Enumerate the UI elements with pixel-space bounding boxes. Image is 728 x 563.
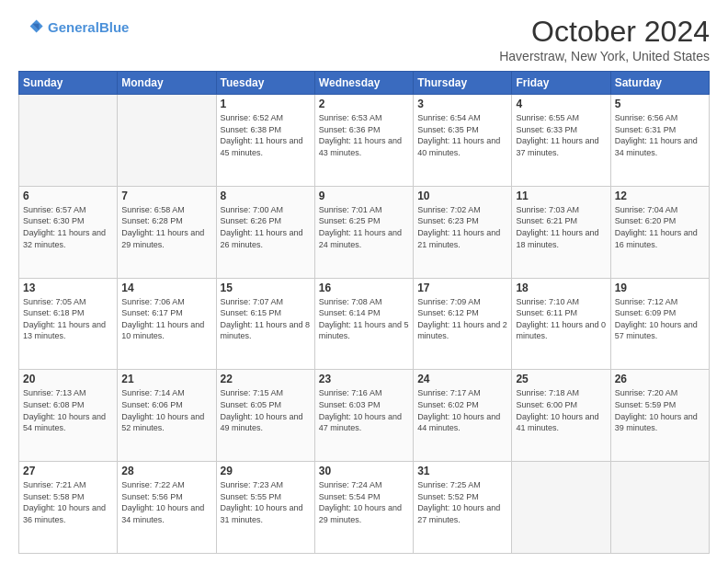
page: GeneralBlue October 2024 Haverstraw, New… bbox=[0, 0, 728, 563]
calendar-cell: 14Sunrise: 7:06 AMSunset: 6:17 PMDayligh… bbox=[118, 278, 216, 370]
calendar-cell: 3Sunrise: 6:54 AMSunset: 6:35 PMDaylight… bbox=[414, 95, 512, 187]
day-info: Sunrise: 6:55 AMSunset: 6:33 PMDaylight:… bbox=[516, 112, 606, 158]
day-number: 2 bbox=[319, 98, 409, 110]
day-number: 13 bbox=[23, 282, 113, 294]
day-number: 27 bbox=[23, 465, 113, 477]
day-number: 25 bbox=[516, 373, 606, 385]
day-number: 24 bbox=[417, 373, 507, 385]
day-number: 19 bbox=[615, 282, 705, 294]
day-info: Sunrise: 7:18 AMSunset: 6:00 PMDaylight:… bbox=[516, 387, 606, 433]
calendar-cell: 4Sunrise: 6:55 AMSunset: 6:33 PMDaylight… bbox=[512, 95, 610, 187]
logo-text: GeneralBlue bbox=[48, 19, 129, 36]
month-title: October 2024 bbox=[499, 15, 710, 49]
day-number: 31 bbox=[417, 465, 507, 477]
day-number: 10 bbox=[417, 190, 507, 202]
calendar-cell: 15Sunrise: 7:07 AMSunset: 6:15 PMDayligh… bbox=[216, 278, 314, 370]
day-number: 11 bbox=[516, 190, 606, 202]
day-number: 17 bbox=[417, 282, 507, 294]
day-info: Sunrise: 7:13 AMSunset: 6:08 PMDaylight:… bbox=[23, 387, 113, 433]
day-info: Sunrise: 7:05 AMSunset: 6:18 PMDaylight:… bbox=[23, 296, 113, 342]
day-number: 9 bbox=[319, 190, 409, 202]
day-number: 26 bbox=[615, 373, 705, 385]
day-info: Sunrise: 6:53 AMSunset: 6:36 PMDaylight:… bbox=[319, 112, 409, 158]
day-info: Sunrise: 7:02 AMSunset: 6:23 PMDaylight:… bbox=[417, 204, 507, 250]
day-number: 30 bbox=[319, 465, 409, 477]
calendar-cell: 24Sunrise: 7:17 AMSunset: 6:02 PMDayligh… bbox=[414, 370, 512, 462]
day-header-friday: Friday bbox=[512, 72, 610, 95]
calendar-cell: 31Sunrise: 7:25 AMSunset: 5:52 PMDayligh… bbox=[414, 462, 512, 554]
calendar-cell bbox=[610, 462, 709, 554]
day-info: Sunrise: 7:03 AMSunset: 6:21 PMDaylight:… bbox=[516, 204, 606, 250]
day-number: 15 bbox=[221, 282, 311, 294]
header: GeneralBlue October 2024 Haverstraw, New… bbox=[18, 15, 710, 63]
day-number: 21 bbox=[121, 373, 211, 385]
day-number: 5 bbox=[615, 98, 705, 110]
calendar-cell: 26Sunrise: 7:20 AMSunset: 5:59 PMDayligh… bbox=[610, 370, 709, 462]
logo-line1: General bbox=[48, 19, 99, 35]
day-number: 18 bbox=[516, 282, 606, 294]
calendar-cell: 30Sunrise: 7:24 AMSunset: 5:54 PMDayligh… bbox=[314, 462, 413, 554]
day-info: Sunrise: 7:24 AMSunset: 5:54 PMDaylight:… bbox=[319, 479, 409, 525]
logo-icon bbox=[18, 15, 44, 40]
day-info: Sunrise: 7:25 AMSunset: 5:52 PMDaylight:… bbox=[417, 479, 507, 525]
calendar-cell: 5Sunrise: 6:56 AMSunset: 6:31 PMDaylight… bbox=[610, 95, 709, 187]
calendar-cell: 7Sunrise: 6:58 AMSunset: 6:28 PMDaylight… bbox=[118, 186, 216, 278]
calendar-cell: 27Sunrise: 7:21 AMSunset: 5:58 PMDayligh… bbox=[19, 462, 118, 554]
day-info: Sunrise: 6:57 AMSunset: 6:30 PMDaylight:… bbox=[23, 204, 113, 250]
day-header-thursday: Thursday bbox=[414, 72, 512, 95]
day-number: 16 bbox=[319, 282, 409, 294]
day-header-monday: Monday bbox=[118, 72, 216, 95]
calendar-cell: 8Sunrise: 7:00 AMSunset: 6:26 PMDaylight… bbox=[216, 186, 314, 278]
day-info: Sunrise: 6:54 AMSunset: 6:35 PMDaylight:… bbox=[417, 112, 507, 158]
day-header-saturday: Saturday bbox=[610, 72, 709, 95]
day-number: 14 bbox=[121, 282, 211, 294]
day-info: Sunrise: 7:23 AMSunset: 5:55 PMDaylight:… bbox=[221, 479, 311, 525]
calendar-cell: 22Sunrise: 7:15 AMSunset: 6:05 PMDayligh… bbox=[216, 370, 314, 462]
day-number: 1 bbox=[221, 98, 311, 110]
calendar-cell: 9Sunrise: 7:01 AMSunset: 6:25 PMDaylight… bbox=[314, 186, 413, 278]
calendar-cell: 23Sunrise: 7:16 AMSunset: 6:03 PMDayligh… bbox=[314, 370, 413, 462]
day-number: 23 bbox=[319, 373, 409, 385]
day-number: 12 bbox=[615, 190, 705, 202]
calendar-cell: 29Sunrise: 7:23 AMSunset: 5:55 PMDayligh… bbox=[216, 462, 314, 554]
day-info: Sunrise: 7:08 AMSunset: 6:14 PMDaylight:… bbox=[319, 296, 409, 342]
calendar-cell: 1Sunrise: 6:52 AMSunset: 6:38 PMDaylight… bbox=[216, 95, 314, 187]
subtitle: Haverstraw, New York, United States bbox=[499, 49, 710, 63]
day-info: Sunrise: 7:12 AMSunset: 6:09 PMDaylight:… bbox=[615, 296, 705, 342]
day-number: 29 bbox=[221, 465, 311, 477]
calendar-cell: 13Sunrise: 7:05 AMSunset: 6:18 PMDayligh… bbox=[19, 278, 118, 370]
logo-line2: Blue bbox=[99, 19, 130, 35]
day-header-wednesday: Wednesday bbox=[314, 72, 413, 95]
calendar-cell bbox=[512, 462, 610, 554]
calendar-cell: 10Sunrise: 7:02 AMSunset: 6:23 PMDayligh… bbox=[414, 186, 512, 278]
day-info: Sunrise: 6:52 AMSunset: 6:38 PMDaylight:… bbox=[221, 112, 311, 158]
calendar-cell: 20Sunrise: 7:13 AMSunset: 6:08 PMDayligh… bbox=[19, 370, 118, 462]
day-number: 6 bbox=[23, 190, 113, 202]
day-info: Sunrise: 7:00 AMSunset: 6:26 PMDaylight:… bbox=[221, 204, 311, 250]
calendar-cell: 19Sunrise: 7:12 AMSunset: 6:09 PMDayligh… bbox=[610, 278, 709, 370]
day-number: 7 bbox=[121, 190, 211, 202]
day-number: 22 bbox=[221, 373, 311, 385]
calendar-cell: 28Sunrise: 7:22 AMSunset: 5:56 PMDayligh… bbox=[118, 462, 216, 554]
day-info: Sunrise: 7:14 AMSunset: 6:06 PMDaylight:… bbox=[121, 387, 211, 433]
calendar-cell: 6Sunrise: 6:57 AMSunset: 6:30 PMDaylight… bbox=[19, 186, 118, 278]
calendar-cell bbox=[118, 95, 216, 187]
day-info: Sunrise: 7:07 AMSunset: 6:15 PMDaylight:… bbox=[221, 296, 311, 342]
day-info: Sunrise: 7:04 AMSunset: 6:20 PMDaylight:… bbox=[615, 204, 705, 250]
calendar-cell: 12Sunrise: 7:04 AMSunset: 6:20 PMDayligh… bbox=[610, 186, 709, 278]
day-info: Sunrise: 7:01 AMSunset: 6:25 PMDaylight:… bbox=[319, 204, 409, 250]
calendar-cell: 25Sunrise: 7:18 AMSunset: 6:00 PMDayligh… bbox=[512, 370, 610, 462]
day-header-sunday: Sunday bbox=[19, 72, 118, 95]
day-info: Sunrise: 7:09 AMSunset: 6:12 PMDaylight:… bbox=[417, 296, 507, 342]
day-info: Sunrise: 7:10 AMSunset: 6:11 PMDaylight:… bbox=[516, 296, 606, 342]
day-number: 4 bbox=[516, 98, 606, 110]
day-number: 8 bbox=[221, 190, 311, 202]
calendar-cell: 16Sunrise: 7:08 AMSunset: 6:14 PMDayligh… bbox=[314, 278, 413, 370]
title-block: October 2024 Haverstraw, New York, Unite… bbox=[499, 15, 710, 63]
day-info: Sunrise: 7:22 AMSunset: 5:56 PMDaylight:… bbox=[121, 479, 211, 525]
day-number: 20 bbox=[23, 373, 113, 385]
day-info: Sunrise: 7:16 AMSunset: 6:03 PMDaylight:… bbox=[319, 387, 409, 433]
day-header-tuesday: Tuesday bbox=[216, 72, 314, 95]
calendar-cell: 2Sunrise: 6:53 AMSunset: 6:36 PMDaylight… bbox=[314, 95, 413, 187]
day-info: Sunrise: 7:17 AMSunset: 6:02 PMDaylight:… bbox=[417, 387, 507, 433]
